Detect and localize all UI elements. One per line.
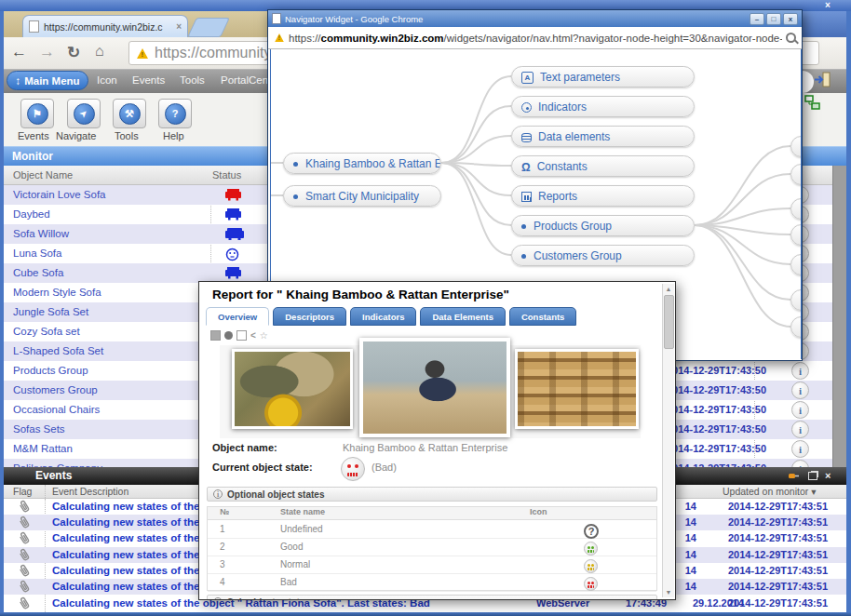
constants-icon: Ω [801,231,802,242]
object-name: Daybed [13,208,50,220]
column-status[interactable]: Status [212,166,241,185]
node-constants[interactable]: ΩConstants [511,155,695,177]
object-name: Modern Style Sofa [13,287,101,298]
tools-button[interactable]: ⚒ [113,99,146,128]
object-name: Cube Sofa [13,267,63,278]
photo-craftsman-dipping[interactable] [232,349,353,429]
photo-rattan-weave[interactable] [515,349,639,429]
photo-craftsman-carving[interactable] [359,338,510,437]
print-icon[interactable] [236,330,247,341]
settings-icon[interactable] [224,331,233,340]
scroll-thumb[interactable] [664,295,674,349]
info-button[interactable]: i [791,440,809,458]
object-name: Products Group [13,365,88,376]
monitor-scrollbar[interactable] [832,166,846,467]
paperclip-icon [16,595,32,611]
maximize-icon[interactable]: □ [766,13,781,25]
node-text-parameters[interactable]: AText parameters [511,66,695,87]
column-object-name[interactable]: Object Name [13,166,73,185]
menu-item-tools[interactable]: Tools [180,74,205,86]
tab-close-icon[interactable]: × [176,21,182,32]
paperclip-icon [16,578,32,595]
navigator-address-bar[interactable]: https://community.win2biz.com/widgets/na… [268,27,802,49]
state-row-good[interactable]: 2 Good [208,538,656,556]
node-indicators[interactable]: Indicators [511,96,695,117]
sort-arrow-icon[interactable]: ▾ [811,486,816,497]
event-description: Calculating new states of the obj [52,516,219,528]
events-button[interactable]: ⚑ [20,99,54,128]
node-data-elements[interactable]: Data elements [511,126,695,147]
network-icon[interactable] [804,95,820,111]
tab-indicators[interactable]: Indicators [350,307,416,326]
info-button[interactable]: i [791,401,809,419]
info-button[interactable]: i [791,421,809,438]
object-name: Sofas Sets [13,423,65,435]
state-bad-icon [584,577,598,591]
reports-icon [801,261,802,271]
indicators-icon [521,102,532,113]
window-frame-bottom [0,612,851,616]
node-customers-group[interactable]: Customers Group [511,245,695,266]
report-scrollbar[interactable]: ▲ ▼ [662,284,674,597]
favorite-star-icon[interactable]: ☆ [260,330,268,341]
forward-button[interactable]: → [39,43,55,61]
help-button[interactable]: ? [158,99,192,128]
close-icon[interactable]: × [817,0,838,11]
url-text: https://community [155,45,271,61]
paperclip-icon [16,499,32,515]
column-icon: Icon [530,507,547,516]
navigator-window-title: Navigator Widget - Google Chrome [285,14,748,24]
main-menu-button[interactable]: ↕ Main Menu [7,71,88,90]
save-icon[interactable] [210,330,221,341]
node-smart-city[interactable]: Smart City Municipality [283,185,441,207]
node-reports[interactable]: Reports [511,185,695,207]
pin-icon[interactable] [788,472,800,481]
node-khaing-bamboo[interactable]: Khaing Bamboo & Rattan Enterp... [283,153,441,174]
tab-descriptors[interactable]: Descriptors [273,307,346,326]
logout-icon[interactable] [814,72,831,87]
column-event-description[interactable]: Event Description [52,485,128,499]
help-button-label: Help [163,130,184,141]
menu-item-portalcenter[interactable]: PortalCen [221,74,268,86]
column-updated-on-monitor[interactable]: Updated on monitor ▾ [723,485,816,499]
event-updated: 2014-12-29T17:43:51 [728,516,828,528]
state-row-undefined[interactable]: 1 Undefined ? [208,520,656,539]
info-button[interactable]: i [791,382,809,399]
close-icon[interactable]: × [825,467,831,485]
share-icon[interactable]: < [250,330,256,341]
state-row-normal[interactable]: 3 Normal [208,556,656,574]
report-action-icons: < ☆ [210,330,268,341]
home-button[interactable]: ⌂ [95,43,104,60]
refresh-button[interactable]: ↻ [67,43,80,62]
sub-objects-states-header[interactable]: i Sub-objects states [207,595,657,600]
back-button[interactable]: ← [11,43,27,61]
navigate-button[interactable]: ➤ [67,99,101,128]
tab-constants[interactable]: Constants [509,307,576,326]
report-panel[interactable]: Report for " Khaing Bamboo & Rattan Ente… [198,281,676,600]
current-state-value: (Bad) [371,462,397,473]
search-icon[interactable] [786,33,796,43]
report-tabs: Overview Descriptors Indicators Data Ele… [206,307,576,326]
close-icon[interactable]: x [783,13,798,25]
state-row-bad[interactable]: 4 Bad [208,573,656,592]
node-products-group[interactable]: Products Group [511,215,695,236]
tab-overview[interactable]: Overview [206,307,269,326]
tab-data-elements[interactable]: Data Elements [420,307,505,326]
event-updated: 2014-12-29T17:43:51 [728,581,828,592]
optional-states-header[interactable]: i Optional object states [207,487,657,502]
info-button[interactable]: i [791,362,809,380]
menu-item-events[interactable]: Events [132,74,165,86]
indicators-icon [801,170,802,181]
navigator-titlebar[interactable]: Navigator Widget - Google Chrome – □ x [268,10,802,27]
scroll-up-icon[interactable]: ▲ [663,286,674,292]
restore-icon[interactable] [808,472,817,480]
bullet-icon [801,326,802,330]
scroll-down-icon[interactable]: ▼ [663,589,674,596]
report-title: Report for " Khaing Bamboo & Rattan Ente… [212,288,509,301]
paperclip-icon [16,529,32,546]
column-flag[interactable]: Flag [13,485,32,499]
minimize-icon[interactable]: – [750,13,764,25]
browser-tab[interactable]: https://community.win2biz.c × [22,15,188,37]
info-button[interactable]: i [791,460,809,467]
menu-item-icon[interactable]: Icon [97,74,117,86]
